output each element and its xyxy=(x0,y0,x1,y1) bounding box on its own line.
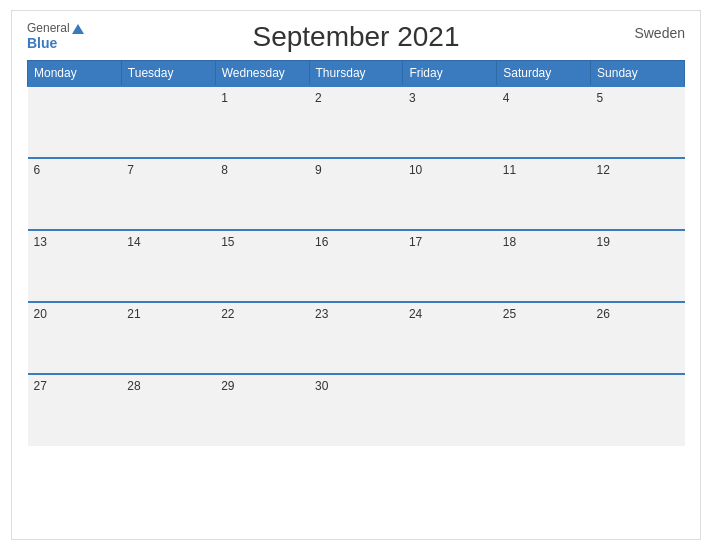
calendar-cell xyxy=(497,374,591,446)
day-number: 20 xyxy=(34,307,47,321)
weekday-thursday: Thursday xyxy=(309,61,403,87)
day-number: 8 xyxy=(221,163,228,177)
day-number: 14 xyxy=(127,235,140,249)
day-number: 2 xyxy=(315,91,322,105)
calendar-cell xyxy=(403,374,497,446)
calendar-cell: 1 xyxy=(215,86,309,158)
calendar-cell: 24 xyxy=(403,302,497,374)
week-row-4: 20212223242526 xyxy=(28,302,685,374)
weekday-saturday: Saturday xyxy=(497,61,591,87)
calendar-cell: 10 xyxy=(403,158,497,230)
day-number: 22 xyxy=(221,307,234,321)
calendar-container: General Blue September 2021 Sweden Monda… xyxy=(11,10,701,540)
calendar-cell: 12 xyxy=(591,158,685,230)
calendar-cell: 11 xyxy=(497,158,591,230)
day-number: 28 xyxy=(127,379,140,393)
week-row-2: 6789101112 xyxy=(28,158,685,230)
week-row-5: 27282930 xyxy=(28,374,685,446)
calendar-cell: 29 xyxy=(215,374,309,446)
calendar-cell: 30 xyxy=(309,374,403,446)
calendar-cell: 21 xyxy=(121,302,215,374)
calendar-cell: 18 xyxy=(497,230,591,302)
calendar-cell: 6 xyxy=(28,158,122,230)
weekday-sunday: Sunday xyxy=(591,61,685,87)
calendar-cell: 4 xyxy=(497,86,591,158)
calendar-cell: 15 xyxy=(215,230,309,302)
calendar-cell: 27 xyxy=(28,374,122,446)
day-number: 27 xyxy=(34,379,47,393)
day-number: 12 xyxy=(597,163,610,177)
calendar-cell: 13 xyxy=(28,230,122,302)
day-number: 18 xyxy=(503,235,516,249)
logo-blue-text: Blue xyxy=(27,35,84,52)
calendar-cell: 20 xyxy=(28,302,122,374)
calendar-cell: 23 xyxy=(309,302,403,374)
weekday-wednesday: Wednesday xyxy=(215,61,309,87)
calendar-cell: 14 xyxy=(121,230,215,302)
calendar-cell: 26 xyxy=(591,302,685,374)
calendar-header: General Blue September 2021 Sweden xyxy=(27,21,685,52)
calendar-title: September 2021 xyxy=(252,21,459,53)
weekday-header-row: MondayTuesdayWednesdayThursdayFridaySatu… xyxy=(28,61,685,87)
day-number: 5 xyxy=(597,91,604,105)
day-number: 26 xyxy=(597,307,610,321)
calendar-cell: 17 xyxy=(403,230,497,302)
day-number: 15 xyxy=(221,235,234,249)
week-row-1: 12345 xyxy=(28,86,685,158)
day-number: 4 xyxy=(503,91,510,105)
weekday-friday: Friday xyxy=(403,61,497,87)
calendar-cell: 7 xyxy=(121,158,215,230)
calendar-cell: 28 xyxy=(121,374,215,446)
calendar-cell xyxy=(121,86,215,158)
calendar-cell: 16 xyxy=(309,230,403,302)
day-number: 25 xyxy=(503,307,516,321)
weekday-monday: Monday xyxy=(28,61,122,87)
day-number: 6 xyxy=(34,163,41,177)
weekday-tuesday: Tuesday xyxy=(121,61,215,87)
calendar-cell: 3 xyxy=(403,86,497,158)
logo: General Blue xyxy=(27,21,84,52)
day-number: 21 xyxy=(127,307,140,321)
day-number: 17 xyxy=(409,235,422,249)
logo-general-text: General xyxy=(27,21,84,35)
day-number: 7 xyxy=(127,163,134,177)
calendar-cell: 22 xyxy=(215,302,309,374)
day-number: 29 xyxy=(221,379,234,393)
logo-triangle-icon xyxy=(72,24,84,34)
day-number: 9 xyxy=(315,163,322,177)
calendar-cell: 9 xyxy=(309,158,403,230)
day-number: 11 xyxy=(503,163,516,177)
calendar-cell xyxy=(28,86,122,158)
calendar-cell xyxy=(591,374,685,446)
day-number: 30 xyxy=(315,379,328,393)
calendar-cell: 25 xyxy=(497,302,591,374)
calendar-cell: 5 xyxy=(591,86,685,158)
day-number: 3 xyxy=(409,91,416,105)
day-number: 13 xyxy=(34,235,47,249)
day-number: 1 xyxy=(221,91,228,105)
day-number: 24 xyxy=(409,307,422,321)
week-row-3: 13141516171819 xyxy=(28,230,685,302)
calendar-cell: 2 xyxy=(309,86,403,158)
day-number: 16 xyxy=(315,235,328,249)
day-number: 23 xyxy=(315,307,328,321)
calendar-table: MondayTuesdayWednesdayThursdayFridaySatu… xyxy=(27,60,685,446)
calendar-cell: 8 xyxy=(215,158,309,230)
day-number: 10 xyxy=(409,163,422,177)
country-label: Sweden xyxy=(634,25,685,41)
day-number: 19 xyxy=(597,235,610,249)
calendar-cell: 19 xyxy=(591,230,685,302)
